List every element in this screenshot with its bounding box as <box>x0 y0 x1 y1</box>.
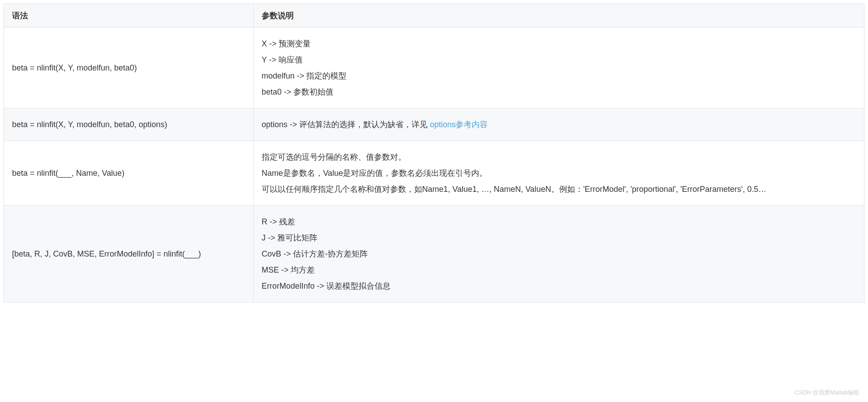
desc-line: ErrorModelInfo -> 误差模型拟合信息 <box>262 278 856 294</box>
desc-line: Y -> 响应值 <box>262 52 856 68</box>
syntax-cell: [beta, R, J, CovB, MSE, ErrorModelInfo] … <box>4 206 254 303</box>
table-row: beta = nlinfit(___, Name, Value) 指定可选的逗号… <box>4 141 864 206</box>
table-row: [beta, R, J, CovB, MSE, ErrorModelInfo] … <box>4 206 864 303</box>
desc-line: 指定可选的逗号分隔的名称、值参数对。 <box>262 149 856 165</box>
desc-line: 可以以任何顺序指定几个名称和值对参数，如Name1, Value1, …, Na… <box>262 181 856 197</box>
desc-line: X -> 预测变量 <box>262 36 856 52</box>
desc-line: beta0 -> 参数初始值 <box>262 84 856 100</box>
header-syntax: 语法 <box>4 4 254 28</box>
description-cell: X -> 预测变量 Y -> 响应值 modelfun -> 指定的模型 bet… <box>253 28 864 108</box>
header-description: 参数说明 <box>253 4 864 28</box>
syntax-table-container: 语法 参数说明 beta = nlinfit(X, Y, modelfun, b… <box>4 4 864 303</box>
description-cell: options -> 评估算法的选择，默认为缺省，详见 options参考内容 <box>253 108 864 141</box>
desc-line: modelfun -> 指定的模型 <box>262 68 856 84</box>
table-header-row: 语法 参数说明 <box>4 4 864 28</box>
description-cell: 指定可选的逗号分隔的名称、值参数对。 Name是参数名，Value是对应的值，参… <box>253 141 864 206</box>
desc-line: MSE -> 均方差 <box>262 262 856 278</box>
desc-line: Name是参数名，Value是对应的值，参数名必须出现在引号内。 <box>262 165 856 181</box>
options-reference-link[interactable]: options参考内容 <box>430 120 488 129</box>
desc-line: R -> 残差 <box>262 214 856 230</box>
description-cell: R -> 残差 J -> 雅可比矩阵 CovB -> 估计方差-协方差矩阵 MS… <box>253 206 864 303</box>
syntax-cell: beta = nlinfit(___, Name, Value) <box>4 141 254 206</box>
syntax-cell: beta = nlinfit(X, Y, modelfun, beta0) <box>4 28 254 108</box>
table-row: beta = nlinfit(X, Y, modelfun, beta0, op… <box>4 108 864 141</box>
desc-text: options -> 评估算法的选择，默认为缺省，详见 <box>262 120 430 129</box>
syntax-table: 语法 参数说明 beta = nlinfit(X, Y, modelfun, b… <box>4 4 864 303</box>
table-row: beta = nlinfit(X, Y, modelfun, beta0) X … <box>4 28 864 108</box>
syntax-cell: beta = nlinfit(X, Y, modelfun, beta0, op… <box>4 108 254 141</box>
desc-line: CovB -> 估计方差-协方差矩阵 <box>262 246 856 262</box>
desc-line: J -> 雅可比矩阵 <box>262 230 856 246</box>
